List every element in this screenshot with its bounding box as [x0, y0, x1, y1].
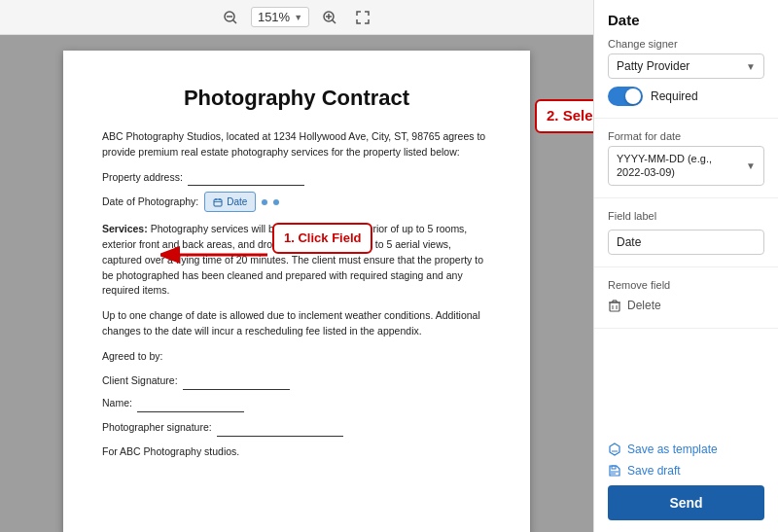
remove-field-label: Remove field: [608, 279, 764, 291]
sidebar: Date Change signer Patty Provider ▼ Requ…: [593, 0, 778, 532]
property-label: Property address:: [102, 171, 183, 183]
property-underline: [188, 170, 304, 187]
sidebar-bottom: Save as template Save draft Send: [594, 431, 778, 532]
trash-icon: [608, 299, 621, 312]
field-handle-left[interactable]: [262, 199, 267, 205]
services-section: Services: Photography services will be p…: [102, 222, 491, 299]
save-draft-label: Save draft: [627, 464, 681, 478]
document-scroll-area[interactable]: Photography Contract ABC Photography Stu…: [0, 35, 593, 532]
zoom-out-button[interactable]: [218, 7, 243, 28]
name-row: Name:: [102, 396, 491, 412]
field-label-input[interactable]: [608, 230, 764, 255]
svg-line-1: [232, 19, 236, 23]
save-template-icon: [608, 443, 621, 456]
required-toggle-row: Required: [608, 87, 764, 106]
toolbar: 151% ▼: [0, 0, 593, 35]
send-button[interactable]: Send: [608, 485, 764, 520]
svg-line-4: [333, 19, 336, 23]
sidebar-header-section: Date Change signer Patty Provider ▼ Requ…: [594, 0, 778, 119]
save-template-label: Save as template: [627, 443, 718, 456]
property-field-row: Property address:: [102, 170, 491, 187]
format-section: Format for date YYYY-MM-DD (e.g., 2022-0…: [594, 119, 778, 198]
select-format-label: 2. Select Format: [535, 99, 593, 133]
zoom-in-button[interactable]: [317, 7, 342, 28]
photographer-sig-line: [217, 420, 343, 437]
save-draft-button[interactable]: Save draft: [608, 464, 764, 478]
client-sig-row: Client Signature:: [102, 373, 491, 390]
required-label: Required: [651, 89, 698, 103]
intro-paragraph: ABC Photography Studios, located at 1234…: [102, 129, 491, 160]
date-label: Date of Photography:: [102, 195, 198, 210]
svg-rect-22: [612, 466, 616, 469]
agreed-label: Agreed to by:: [102, 349, 491, 365]
send-label: Send: [669, 495, 702, 511]
document-viewer: 151% ▼ Photography Contract: [0, 0, 593, 532]
client-sig-line: [183, 373, 290, 390]
photographer-sig-row: Photographer signature:: [102, 420, 491, 437]
format-select[interactable]: YYYY-MM-DD (e.g., 2022-03-09) ▼: [608, 146, 764, 186]
remove-field-section: Remove field Delete: [594, 267, 778, 329]
toggle-knob: [625, 89, 641, 104]
signer-name: Patty Provider: [617, 59, 690, 73]
weather-paragraph: Up to one change of date is allowed due …: [102, 308, 491, 339]
abc-label-row: For ABC Photography studios.: [102, 444, 491, 460]
date-field-row: Date of Photography: Date: [102, 192, 491, 212]
svg-rect-15: [610, 302, 619, 311]
format-chevron-icon: ▼: [746, 160, 756, 171]
abc-label: For ABC Photography studios.: [102, 445, 239, 457]
required-toggle[interactable]: [608, 87, 643, 106]
zoom-level[interactable]: 151% ▼: [251, 7, 309, 27]
date-field-label: Date: [227, 195, 247, 209]
services-heading: Services:: [102, 223, 148, 234]
svg-rect-7: [214, 199, 222, 206]
save-draft-icon: [608, 464, 621, 478]
chevron-down-icon: ▼: [294, 13, 302, 22]
services-text: Photography services will be provided fo…: [102, 223, 483, 296]
field-handle-right[interactable]: [273, 199, 279, 205]
sidebar-title: Date: [608, 12, 764, 28]
field-label-section: Field label: [594, 198, 778, 267]
signer-select[interactable]: Patty Provider ▼: [608, 53, 764, 79]
name-line: [137, 396, 244, 412]
client-sig-label: Client Signature:: [102, 374, 178, 386]
field-label-heading: Field label: [608, 210, 764, 222]
delete-label: Delete: [627, 299, 661, 312]
change-signer-label: Change signer: [608, 38, 764, 50]
format-value: YYYY-MM-DD (e.g., 2022-03-09): [617, 152, 742, 180]
name-label: Name:: [102, 397, 132, 408]
fullscreen-button[interactable]: [350, 7, 375, 28]
format-label: Format for date: [608, 130, 764, 142]
photographer-sig-label: Photographer signature:: [102, 421, 212, 433]
document-title: Photography Contract: [102, 82, 491, 114]
calendar-icon: [213, 197, 223, 207]
delete-button[interactable]: Delete: [608, 295, 661, 316]
document-page: Photography Contract ABC Photography Stu…: [63, 51, 530, 532]
save-template-button[interactable]: Save as template: [608, 443, 764, 456]
date-field[interactable]: Date: [204, 192, 256, 212]
signer-chevron-icon: ▼: [746, 61, 756, 72]
